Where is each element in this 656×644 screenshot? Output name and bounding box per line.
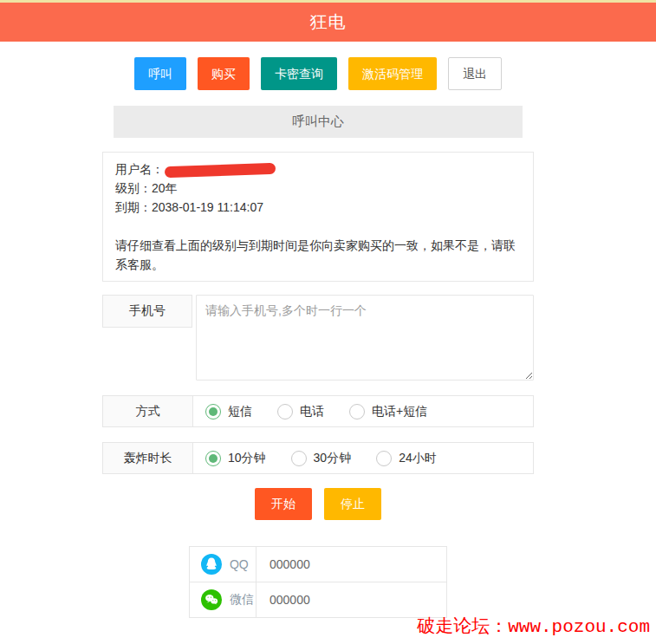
- radio-30min[interactable]: 30分钟: [291, 451, 352, 466]
- contact-value: 000000: [257, 582, 447, 618]
- app-header: 狂电: [0, 3, 656, 42]
- radio-circle-icon: [277, 404, 293, 420]
- radio-sms[interactable]: 短信: [205, 404, 252, 420]
- radio-label: 10分钟: [228, 451, 266, 466]
- phone-field-row: 手机号: [102, 295, 534, 381]
- radio-circle-icon: [205, 451, 221, 466]
- nav-buy-button[interactable]: 购买: [198, 57, 250, 90]
- nav-card-query-button[interactable]: 卡密查询: [261, 57, 337, 90]
- contact-table: QQ 000000: [189, 546, 447, 618]
- table-row-qq: QQ 000000: [190, 547, 447, 582]
- level-line: 级别：20年: [115, 179, 521, 198]
- radio-label: 电话: [300, 404, 324, 420]
- page-title: 狂电: [310, 10, 347, 34]
- radio-label: 电话+短信: [372, 404, 427, 420]
- notice-text: 请仔细查看上面的级别与到期时间是你向卖家购买的一致，如果不是，请联系客服。: [115, 236, 521, 274]
- main-container: 呼叫 购买 卡密查询 激活码管理 退出 呼叫中心 用户名： 级别：20年 到期：…: [102, 57, 534, 618]
- action-button-row: 开始 停止: [102, 488, 534, 520]
- level-value: 20年: [152, 181, 178, 195]
- radio-phone[interactable]: 电话: [277, 404, 324, 420]
- mode-label: 方式: [103, 396, 193, 426]
- nav-logout-button[interactable]: 退出: [448, 57, 502, 90]
- username-line: 用户名：: [115, 159, 521, 179]
- qq-icon: [201, 556, 225, 570]
- radio-label: 30分钟: [314, 451, 352, 466]
- radio-phone-sms[interactable]: 电话+短信: [349, 404, 427, 420]
- expire-value: 2038-01-19 11:14:07: [152, 200, 263, 214]
- radio-label: 24小时: [399, 451, 437, 466]
- radio-circle-icon: [376, 451, 392, 466]
- radio-24h[interactable]: 24小时: [376, 451, 437, 466]
- footer-site-credit: 破走论坛：www.pozou.com: [417, 614, 650, 638]
- spacer-line: [115, 217, 521, 236]
- nav-button-row: 呼叫 购买 卡密查询 激活码管理 退出: [102, 57, 534, 90]
- section-title: 呼叫中心: [292, 114, 344, 130]
- start-button[interactable]: 开始: [255, 488, 312, 520]
- wechat-icon: [201, 592, 225, 606]
- account-info-box: 用户名： 级别：20年 到期：2038-01-19 11:14:07 请仔细查看…: [102, 152, 534, 282]
- table-row-wechat: 微信 000000: [190, 582, 447, 618]
- contact-label: QQ: [230, 557, 249, 571]
- stop-button[interactable]: 停止: [324, 488, 381, 520]
- radio-10min[interactable]: 10分钟: [205, 451, 266, 466]
- nav-activation-manage-button[interactable]: 激活码管理: [348, 57, 437, 90]
- level-label: 级别：: [115, 181, 152, 195]
- duration-label: 轰炸时长: [103, 443, 193, 473]
- phone-label: 手机号: [102, 295, 192, 328]
- expire-label: 到期：: [115, 200, 152, 214]
- section-title-bar: 呼叫中心: [114, 106, 523, 138]
- mode-radio-group: 短信 电话 电话+短信: [193, 396, 427, 426]
- footer-site-url[interactable]: www.pozou.com: [508, 617, 650, 637]
- duration-radio-group: 10分钟 30分钟 24小时: [193, 443, 437, 473]
- radio-label: 短信: [228, 404, 252, 420]
- contact-value: 000000: [257, 547, 447, 582]
- expire-line: 到期：2038-01-19 11:14:07: [115, 198, 521, 217]
- duration-field-row: 轰炸时长 10分钟 30分钟 24小时: [102, 442, 534, 474]
- nav-call-button[interactable]: 呼叫: [134, 57, 186, 90]
- radio-circle-icon: [205, 404, 221, 420]
- radio-circle-icon: [291, 451, 307, 466]
- redaction-scribble: [165, 163, 276, 178]
- contact-label: 微信: [230, 592, 254, 606]
- mode-field-row: 方式 短信 电话 电话+短信: [102, 395, 534, 427]
- footer-site-label: 破走论坛：: [417, 615, 508, 636]
- username-label: 用户名：: [115, 162, 164, 176]
- phone-input[interactable]: [196, 295, 534, 381]
- radio-circle-icon: [349, 404, 365, 420]
